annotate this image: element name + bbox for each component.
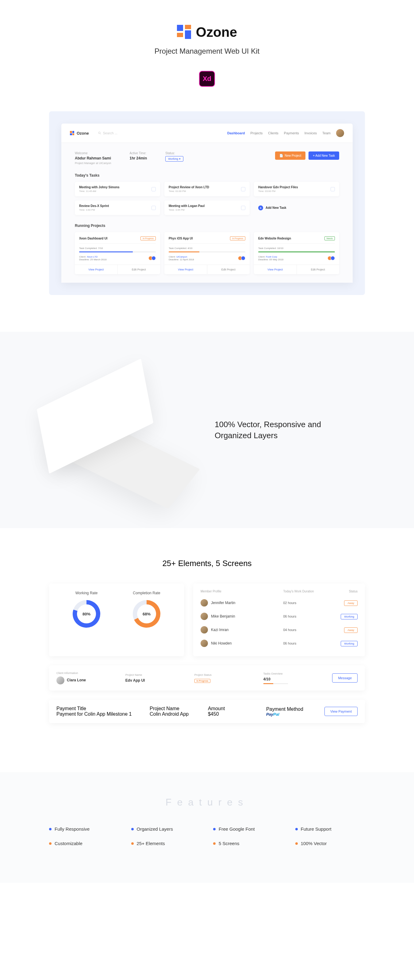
task-time: Time: 01:00 PM <box>169 190 209 192</box>
task-card[interactable]: Meeting with Johny SimonsTime: 11:45 AM <box>75 182 160 196</box>
feature-item: Free Google Font <box>213 826 283 832</box>
member-status-badge: Away <box>344 600 358 606</box>
nav-dashboard[interactable]: Dashboard <box>227 131 245 135</box>
project-name: Edv Website Redesign <box>258 237 291 240</box>
member-duration: 04 hours <box>283 628 333 632</box>
ozone-logo-icon <box>177 25 192 40</box>
dashboard-preview: Ozone Search ... DashboardProjectsClient… <box>49 111 365 295</box>
team-card: Member Profile Today's Work Duration Sta… <box>193 584 365 656</box>
bullet-icon <box>131 828 134 830</box>
bullet-icon <box>49 828 51 830</box>
svg-rect-3 <box>185 30 191 39</box>
vector-section-text: 100% Vector, Responsive and Organized La… <box>215 419 331 441</box>
completion-rate-value: 68% <box>143 612 151 616</box>
project-progress <box>169 251 245 252</box>
task-time: Time: 3:45 PM <box>169 208 205 211</box>
user-avatar[interactable] <box>336 129 344 137</box>
team-row: Jennifer Martin02 hoursAway <box>201 596 358 609</box>
edit-project-link[interactable]: Edit Project <box>118 265 160 274</box>
hero: Ozone Project Management Web UI Kit Xd <box>0 0 414 99</box>
add-task-inline[interactable]: +Add New Task <box>254 200 339 215</box>
tasks-grid: Meeting with Johny SimonsTime: 11:45 AMP… <box>75 182 339 215</box>
task-card[interactable]: Meeting with Logan PaulTime: 3:45 PM <box>164 200 250 215</box>
tasks-completed: Task Completed: 7/10 <box>79 247 156 250</box>
feature-item: 100% Vector <box>295 841 365 846</box>
completion-rate-label: Completion Rate <box>133 591 160 595</box>
edit-project-link[interactable]: Edit Project <box>297 265 339 274</box>
payment-title-value: Payment for Colin App Milestone 1 <box>56 711 150 717</box>
feature-text: 25+ Elements <box>137 841 165 846</box>
view-payment-button[interactable]: View Payment <box>325 707 358 716</box>
search-input[interactable]: Search ... <box>98 131 118 135</box>
amount-value: $450 <box>208 711 266 717</box>
team-avatars[interactable] <box>329 256 335 260</box>
message-button[interactable]: Message <box>332 673 358 682</box>
completion-rate-donut: 68% <box>133 600 160 628</box>
member-name: Niki Howden <box>211 641 231 646</box>
nav-payments[interactable]: Payments <box>284 131 299 135</box>
vector-section: 100% Vector, Responsive and Organized La… <box>0 332 414 528</box>
nav-projects[interactable]: Projects <box>250 131 263 135</box>
search-icon <box>98 132 101 135</box>
member-name: Jennifer Martin <box>211 601 235 605</box>
view-project-link[interactable]: View Project <box>75 265 118 274</box>
task-checkbox[interactable] <box>241 187 245 191</box>
summary-row: Welcome Abdur Rahman Sami Project Manage… <box>75 151 339 165</box>
project-status-badge: In Progress <box>140 236 156 240</box>
status-dropdown[interactable]: Working ▾ <box>165 156 183 162</box>
view-project-link[interactable]: View Project <box>254 265 297 274</box>
client-avatar-icon <box>56 676 64 684</box>
add-task-button[interactable]: + Add New Task <box>309 151 339 160</box>
task-checkbox[interactable] <box>151 206 156 210</box>
nav-clients[interactable]: Clients <box>268 131 279 135</box>
features-section: Features Fully ResponsiveOrganized Layer… <box>0 772 414 883</box>
task-checkbox[interactable] <box>241 206 245 210</box>
svg-line-5 <box>100 134 101 134</box>
client-name: Clara Lone <box>56 676 126 684</box>
nav-invoices[interactable]: Invoices <box>304 131 317 135</box>
project-progress <box>79 251 156 252</box>
member-avatar <box>201 612 208 620</box>
member-duration: 06 hours <box>283 614 333 618</box>
member-duration: 06 hours <box>283 641 333 645</box>
member-name: Kazi Imran <box>211 628 228 632</box>
elements-title: 25+ Elements, 5 Screens <box>49 559 365 568</box>
working-rate-donut: 80% <box>73 600 100 628</box>
new-project-button[interactable]: 📄New Project <box>275 151 306 160</box>
task-card[interactable]: Project Review of Xeon LTDTime: 01:00 PM <box>164 182 250 196</box>
task-checkbox[interactable] <box>331 187 335 191</box>
team-row: Mike Benjamin06 hoursWorking <box>201 609 358 623</box>
dashboard-brand[interactable]: Ozone <box>70 131 89 135</box>
team-avatars[interactable] <box>150 256 156 260</box>
pay-project-value: Colin Android App <box>150 711 208 717</box>
client-link[interactable]: UICanyon <box>176 255 187 258</box>
member-name: Mike Benjamin <box>211 614 235 619</box>
working-rate-label: Working Rate <box>73 591 100 595</box>
task-card[interactable]: Review Des-X SprintTime: 3:40 PM <box>75 200 160 215</box>
team-row: Kazi Imran04 hoursAway <box>201 623 358 636</box>
task-title: Handover Edv Project Files <box>258 186 298 189</box>
amount-label: Amount <box>208 706 266 711</box>
task-checkbox[interactable] <box>151 187 156 191</box>
laptop-mockup <box>31 375 190 485</box>
hero-title: Ozone <box>196 24 237 40</box>
view-project-link[interactable]: View Project <box>164 265 207 274</box>
client-link[interactable]: Foxit Corp <box>266 255 277 258</box>
team-row: Niki Howden06 hoursWorking <box>201 636 358 650</box>
team-avatars[interactable] <box>239 256 245 260</box>
edit-project-link[interactable]: Edit Project <box>207 265 250 274</box>
client-link[interactable]: Xeon LTD <box>87 255 97 258</box>
main-nav: DashboardProjectsClientsPaymentsInvoices… <box>227 131 331 135</box>
chart-card: Working Rate 80% Completion Rate 68% <box>49 584 184 656</box>
feature-text: Organized Layers <box>137 826 173 832</box>
task-card[interactable]: Handover Edv Project FilesTime: 03:00 PM <box>254 182 339 196</box>
tasks-completed: Task Completed: 4/10 <box>169 247 245 250</box>
projects-grid: Xeon Dashboard UIIn Progress Task Comple… <box>75 232 339 274</box>
feature-text: Customizable <box>54 841 83 846</box>
features-grid: Fully ResponsiveOrganized LayersFree Goo… <box>49 826 365 846</box>
elements-section: 25+ Elements, 5 Screens Working Rate 80%… <box>0 528 414 754</box>
nav-team[interactable]: Team <box>322 131 331 135</box>
active-time-value: 1hr 24min <box>130 156 147 161</box>
task-time: Time: 11:45 AM <box>79 190 119 192</box>
bullet-icon <box>213 842 216 845</box>
